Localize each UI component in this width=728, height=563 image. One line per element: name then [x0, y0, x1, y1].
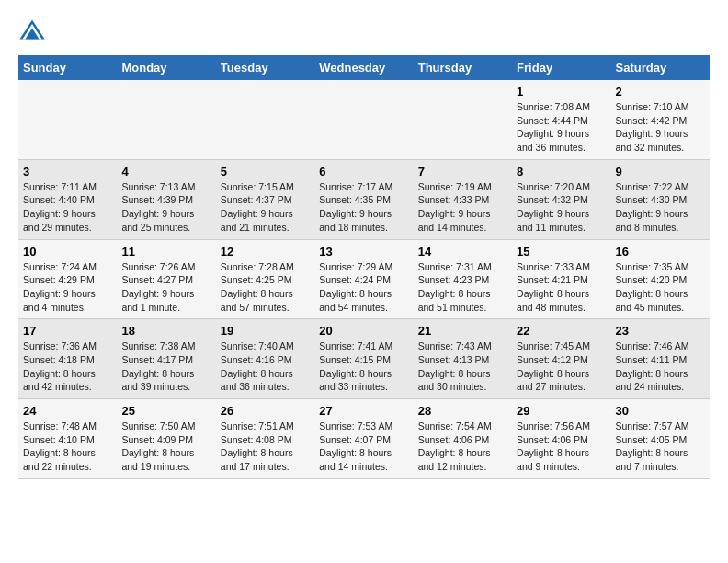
day-number: 16 [616, 245, 705, 259]
day-number: 30 [616, 404, 705, 418]
calendar-cell: 20Sunrise: 7:41 AM Sunset: 4:15 PM Dayli… [314, 319, 413, 399]
calendar-cell: 21Sunrise: 7:43 AM Sunset: 4:13 PM Dayli… [414, 319, 512, 399]
week-row-4: 17Sunrise: 7:36 AM Sunset: 4:18 PM Dayli… [18, 319, 710, 399]
calendar-table: SundayMondayTuesdayWednesdayThursdayFrid… [18, 55, 710, 479]
day-number: 5 [221, 165, 310, 178]
day-info: Sunrise: 7:53 AM Sunset: 4:07 PM Dayligh… [319, 419, 408, 474]
calendar-cell: 3Sunrise: 7:11 AM Sunset: 4:40 PM Daylig… [18, 159, 117, 239]
day-number: 3 [23, 165, 112, 178]
day-number: 21 [418, 324, 507, 338]
day-number: 4 [121, 165, 210, 178]
calendar-cell: 2Sunrise: 7:10 AM Sunset: 4:42 PM Daylig… [611, 80, 710, 159]
day-info: Sunrise: 7:08 AM Sunset: 4:44 PM Dayligh… [517, 100, 606, 155]
column-header-monday: Monday [117, 55, 215, 80]
week-row-1: 1Sunrise: 7:08 AM Sunset: 4:44 PM Daylig… [18, 80, 710, 159]
day-number: 12 [221, 245, 310, 259]
day-number: 17 [23, 324, 112, 338]
day-number: 7 [418, 165, 507, 178]
day-info: Sunrise: 7:51 AM Sunset: 4:08 PM Dayligh… [221, 419, 310, 474]
calendar-cell: 18Sunrise: 7:38 AM Sunset: 4:17 PM Dayli… [117, 319, 215, 399]
calendar-cell: 30Sunrise: 7:57 AM Sunset: 4:05 PM Dayli… [611, 399, 710, 479]
day-info: Sunrise: 7:22 AM Sunset: 4:30 PM Dayligh… [616, 180, 705, 235]
day-number: 24 [23, 404, 112, 418]
day-number: 26 [221, 404, 310, 418]
calendar-cell: 13Sunrise: 7:29 AM Sunset: 4:24 PM Dayli… [314, 239, 413, 319]
calendar-cell [117, 80, 215, 159]
day-info: Sunrise: 7:31 AM Sunset: 4:23 PM Dayligh… [418, 260, 507, 315]
calendar-cell: 15Sunrise: 7:33 AM Sunset: 4:21 PM Dayli… [512, 239, 610, 319]
day-number: 2 [616, 85, 705, 98]
column-header-friday: Friday [512, 55, 610, 80]
calendar-cell: 22Sunrise: 7:45 AM Sunset: 4:12 PM Dayli… [512, 319, 610, 399]
day-info: Sunrise: 7:26 AM Sunset: 4:27 PM Dayligh… [121, 260, 210, 315]
column-header-wednesday: Wednesday [314, 55, 413, 80]
column-header-sunday: Sunday [18, 55, 117, 80]
day-number: 20 [319, 324, 408, 338]
day-info: Sunrise: 7:41 AM Sunset: 4:15 PM Dayligh… [319, 339, 408, 394]
calendar-cell: 10Sunrise: 7:24 AM Sunset: 4:29 PM Dayli… [18, 239, 117, 319]
calendar-cell: 23Sunrise: 7:46 AM Sunset: 4:11 PM Dayli… [611, 319, 710, 399]
week-row-2: 3Sunrise: 7:11 AM Sunset: 4:40 PM Daylig… [18, 159, 710, 239]
calendar-cell: 11Sunrise: 7:26 AM Sunset: 4:27 PM Dayli… [117, 239, 215, 319]
calendar-cell: 26Sunrise: 7:51 AM Sunset: 4:08 PM Dayli… [216, 399, 314, 479]
day-info: Sunrise: 7:20 AM Sunset: 4:32 PM Dayligh… [517, 180, 606, 235]
day-number: 29 [517, 404, 606, 418]
day-number: 22 [517, 324, 606, 338]
calendar-cell: 28Sunrise: 7:54 AM Sunset: 4:06 PM Dayli… [414, 399, 512, 479]
column-header-saturday: Saturday [611, 55, 710, 80]
day-info: Sunrise: 7:28 AM Sunset: 4:25 PM Dayligh… [221, 260, 310, 315]
column-header-thursday: Thursday [414, 55, 512, 80]
day-number: 11 [121, 245, 210, 259]
page-header [18, 18, 710, 46]
calendar-cell: 17Sunrise: 7:36 AM Sunset: 4:18 PM Dayli… [18, 319, 117, 399]
week-row-5: 24Sunrise: 7:48 AM Sunset: 4:10 PM Dayli… [18, 399, 710, 479]
day-info: Sunrise: 7:48 AM Sunset: 4:10 PM Dayligh… [23, 419, 112, 474]
column-header-tuesday: Tuesday [216, 55, 314, 80]
calendar-cell: 16Sunrise: 7:35 AM Sunset: 4:20 PM Dayli… [611, 239, 710, 319]
calendar-header-row: SundayMondayTuesdayWednesdayThursdayFrid… [18, 55, 710, 80]
day-number: 14 [418, 245, 507, 259]
calendar-cell: 1Sunrise: 7:08 AM Sunset: 4:44 PM Daylig… [512, 80, 610, 159]
calendar-cell [216, 80, 314, 159]
day-info: Sunrise: 7:29 AM Sunset: 4:24 PM Dayligh… [319, 260, 408, 315]
day-number: 15 [517, 245, 606, 259]
day-info: Sunrise: 7:24 AM Sunset: 4:29 PM Dayligh… [23, 260, 112, 315]
day-number: 19 [221, 324, 310, 338]
day-info: Sunrise: 7:15 AM Sunset: 4:37 PM Dayligh… [221, 180, 310, 235]
calendar-cell: 6Sunrise: 7:17 AM Sunset: 4:35 PM Daylig… [314, 159, 413, 239]
day-number: 6 [319, 165, 408, 178]
day-number: 8 [517, 165, 606, 178]
day-info: Sunrise: 7:45 AM Sunset: 4:12 PM Dayligh… [517, 339, 606, 394]
calendar-cell: 29Sunrise: 7:56 AM Sunset: 4:06 PM Dayli… [512, 399, 610, 479]
calendar-cell: 9Sunrise: 7:22 AM Sunset: 4:30 PM Daylig… [611, 159, 710, 239]
calendar-cell: 27Sunrise: 7:53 AM Sunset: 4:07 PM Dayli… [314, 399, 413, 479]
day-info: Sunrise: 7:33 AM Sunset: 4:21 PM Dayligh… [517, 260, 606, 315]
day-number: 18 [121, 324, 210, 338]
calendar-cell [18, 80, 117, 159]
day-info: Sunrise: 7:17 AM Sunset: 4:35 PM Dayligh… [319, 180, 408, 235]
logo-icon [18, 18, 46, 46]
day-number: 10 [23, 245, 112, 259]
day-info: Sunrise: 7:38 AM Sunset: 4:17 PM Dayligh… [121, 339, 210, 394]
day-info: Sunrise: 7:56 AM Sunset: 4:06 PM Dayligh… [517, 419, 606, 474]
day-info: Sunrise: 7:10 AM Sunset: 4:42 PM Dayligh… [616, 100, 705, 155]
day-info: Sunrise: 7:46 AM Sunset: 4:11 PM Dayligh… [616, 339, 705, 394]
day-info: Sunrise: 7:35 AM Sunset: 4:20 PM Dayligh… [616, 260, 705, 315]
day-info: Sunrise: 7:54 AM Sunset: 4:06 PM Dayligh… [418, 419, 507, 474]
calendar-cell: 7Sunrise: 7:19 AM Sunset: 4:33 PM Daylig… [414, 159, 512, 239]
day-number: 23 [616, 324, 705, 338]
day-info: Sunrise: 7:19 AM Sunset: 4:33 PM Dayligh… [418, 180, 507, 235]
day-info: Sunrise: 7:11 AM Sunset: 4:40 PM Dayligh… [23, 180, 112, 235]
calendar-cell: 19Sunrise: 7:40 AM Sunset: 4:16 PM Dayli… [216, 319, 314, 399]
calendar-cell: 25Sunrise: 7:50 AM Sunset: 4:09 PM Dayli… [117, 399, 215, 479]
calendar-cell: 4Sunrise: 7:13 AM Sunset: 4:39 PM Daylig… [117, 159, 215, 239]
calendar-cell [414, 80, 512, 159]
calendar-cell: 8Sunrise: 7:20 AM Sunset: 4:32 PM Daylig… [512, 159, 610, 239]
day-info: Sunrise: 7:13 AM Sunset: 4:39 PM Dayligh… [121, 180, 210, 235]
day-info: Sunrise: 7:40 AM Sunset: 4:16 PM Dayligh… [221, 339, 310, 394]
calendar-cell [314, 80, 413, 159]
day-info: Sunrise: 7:57 AM Sunset: 4:05 PM Dayligh… [616, 419, 705, 474]
day-number: 1 [517, 85, 606, 98]
day-number: 25 [121, 404, 210, 418]
day-info: Sunrise: 7:36 AM Sunset: 4:18 PM Dayligh… [23, 339, 112, 394]
